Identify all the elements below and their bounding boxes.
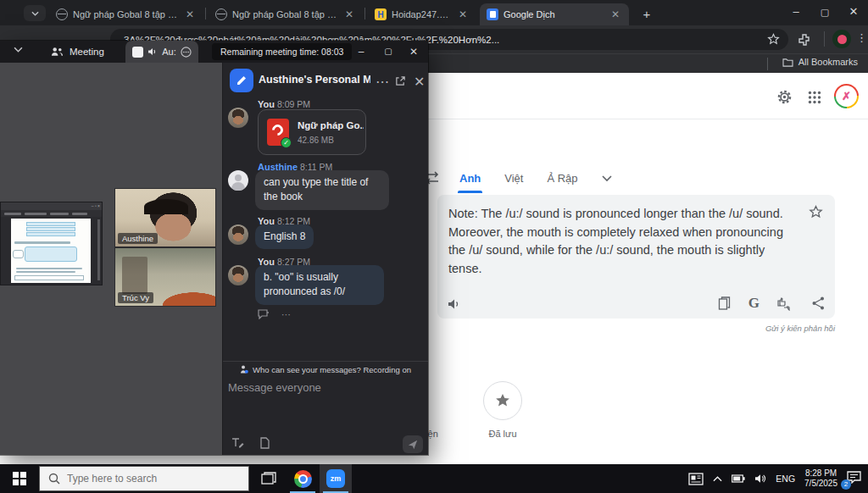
- chat-close-icon[interactable]: ✕: [414, 74, 425, 90]
- zoom-titlebar[interactable]: Meeting Au: Remaining meeting time: 08:0…: [0, 41, 428, 63]
- settings-gear-icon[interactable]: [777, 90, 792, 104]
- participant-name: Trúc Vy: [118, 292, 153, 303]
- feedback-thumbs-icon[interactable]: [777, 296, 794, 311]
- new-tab-button[interactable]: +: [638, 6, 655, 23]
- copy-icon[interactable]: [718, 296, 731, 310]
- tab-close-icon[interactable]: ✕: [609, 8, 622, 21]
- browser-tab-2[interactable]: Ngữ pháp Gobal 8 tập 1-trang ✕: [209, 3, 363, 25]
- browser-close-button[interactable]: ✕: [839, 0, 868, 24]
- more-options-icon[interactable]: [181, 47, 192, 58]
- chrome-icon: [294, 470, 312, 488]
- file-name: Ngữ pháp Go...: [298, 120, 364, 130]
- message-more-icon[interactable]: ⋯: [281, 309, 291, 320]
- message-sender-row: You 8:09 PM: [258, 99, 310, 109]
- lang-tab-vietnamese[interactable]: Việt: [492, 166, 535, 191]
- saved-translations-button[interactable]: [483, 381, 522, 420]
- google-apps-grid-icon[interactable]: [808, 91, 821, 104]
- chat-privacy-notice[interactable]: Who can see your messages? Recording on: [223, 365, 428, 374]
- send-feedback-link[interactable]: Gửi ý kiến phản hồi: [665, 324, 835, 333]
- extensions-icon[interactable]: [798, 33, 811, 47]
- reply-in-thread-icon[interactable]: [258, 309, 270, 319]
- bookmark-star-icon[interactable]: [767, 33, 780, 46]
- zoom-icon: zm: [326, 469, 345, 488]
- lang-tab-english[interactable]: Anh: [448, 166, 492, 191]
- zoom-close-button[interactable]: ✕: [401, 41, 426, 63]
- attach-file-icon[interactable]: [259, 437, 270, 449]
- google-g-icon[interactable]: G: [748, 295, 760, 312]
- file-attachment-card[interactable]: ✓ Ngữ pháp Go... 42.86 MB: [258, 109, 366, 155]
- chat-divider: [223, 361, 428, 362]
- browser-tab-1[interactable]: Ngữ pháp Gobal 8 tập 1-trang ✕: [49, 3, 203, 25]
- browser-restore-button[interactable]: ▢: [810, 0, 839, 24]
- windows-logo-icon: [13, 472, 26, 485]
- send-message-button[interactable]: [403, 435, 423, 453]
- source-text[interactable]: Note: The /u:/ sound is pronounced longe…: [448, 205, 796, 278]
- source-text-panel[interactable]: Note: The /u:/ sound is pronounced longe…: [437, 195, 835, 319]
- zoom-maximize-button[interactable]: ▢: [376, 41, 401, 63]
- clock-date: 7/5/2025: [804, 479, 837, 489]
- zoom-chat-panel: Austhine's Personal Meetin... ⋯ ✕ You 8:…: [222, 63, 428, 455]
- avatar: [228, 170, 248, 191]
- participant-video-austhine[interactable]: Austhine: [114, 188, 216, 247]
- all-bookmarks-button[interactable]: All Bookmarks: [782, 57, 858, 67]
- clock-time: 8:28 PM: [804, 468, 837, 479]
- format-text-icon[interactable]: [231, 437, 244, 449]
- preview-scrollbar[interactable]: [97, 219, 100, 280]
- chat-message[interactable]: can you type the title of the book: [255, 170, 389, 210]
- google-translate-favicon-icon: [487, 8, 498, 20]
- profile-avatar[interactable]: [832, 30, 851, 48]
- taskbar-chrome-button[interactable]: [287, 464, 319, 493]
- chat-more-icon[interactable]: ⋯: [376, 74, 389, 90]
- browser-tab-3[interactable]: H Hoidap247.com - Hỏi đáp bài t ✕: [368, 3, 476, 25]
- bookmarks-separator: [767, 58, 768, 70]
- google-account-avatar[interactable]: ✗: [834, 84, 859, 108]
- preview-document: [11, 219, 91, 283]
- speaker-icon: [147, 47, 158, 56]
- browser-tab-4-active[interactable]: Google Dịch ✕: [480, 3, 629, 25]
- lang-tab-arabic[interactable]: Ả Rập: [535, 166, 589, 191]
- tab-close-icon[interactable]: ✕: [456, 8, 470, 21]
- more-languages-chevron-icon[interactable]: [602, 175, 612, 182]
- tab-title: Ngữ pháp Gobal 8 tập 1-trang: [73, 9, 178, 19]
- search-input[interactable]: [67, 473, 228, 485]
- chat-message[interactable]: b. "oo" is usually pronounced as /0/: [255, 265, 384, 305]
- compose-icon[interactable]: [230, 69, 253, 92]
- battery-icon[interactable]: [732, 474, 745, 483]
- collapse-chevron-icon[interactable]: [14, 47, 23, 53]
- taskbar-search-box[interactable]: [39, 466, 249, 491]
- action-center-button[interactable]: 2: [847, 471, 861, 487]
- taskbar-clock[interactable]: 8:28 PM 7/5/2025: [804, 468, 837, 489]
- volume-icon[interactable]: [754, 474, 766, 484]
- avatar: [228, 108, 248, 128]
- save-translation-star-icon[interactable]: [809, 205, 823, 219]
- listen-speaker-icon[interactable]: [448, 298, 461, 310]
- start-button[interactable]: [0, 464, 39, 493]
- search-icon: [48, 473, 60, 485]
- keyboard-language-indicator[interactable]: ENG: [776, 474, 795, 484]
- participant-name: Austhine: [118, 233, 158, 244]
- browser-menu-icon[interactable]: ⋮: [856, 31, 867, 44]
- avatar-dot: [837, 35, 847, 44]
- globe-favicon-icon: [215, 8, 227, 20]
- zoom-meeting-window: Meeting Au: Remaining meeting time: 08:0…: [0, 41, 428, 455]
- tab-close-icon[interactable]: ✕: [342, 8, 356, 21]
- chat-message[interactable]: English 8: [255, 224, 314, 249]
- pop-out-icon[interactable]: [395, 75, 406, 86]
- shared-screen-preview[interactable]: [0, 202, 103, 285]
- tab-search-button[interactable]: [24, 5, 46, 21]
- chat-message-input[interactable]: [228, 381, 420, 430]
- show-hidden-icons-chevron[interactable]: [713, 476, 722, 482]
- tab-close-icon[interactable]: ✕: [183, 8, 197, 21]
- share-icon[interactable]: [812, 296, 825, 310]
- zoom-minimize-button[interactable]: –: [348, 41, 374, 63]
- active-speaker-tab[interactable]: Au:: [125, 41, 198, 63]
- task-view-button[interactable]: [253, 464, 285, 493]
- meeting-tab[interactable]: Meeting: [51, 41, 104, 63]
- news-widget-icon[interactable]: [688, 473, 704, 485]
- participant-video-trucvy[interactable]: Trúc Vy: [114, 247, 216, 307]
- taskbar-zoom-button[interactable]: zm: [320, 464, 352, 493]
- meeting-tab-label: Meeting: [70, 47, 104, 57]
- browser-minimize-button[interactable]: –: [782, 0, 810, 24]
- panel-action-icons: G: [718, 295, 825, 312]
- video-view-icon: [132, 47, 143, 58]
